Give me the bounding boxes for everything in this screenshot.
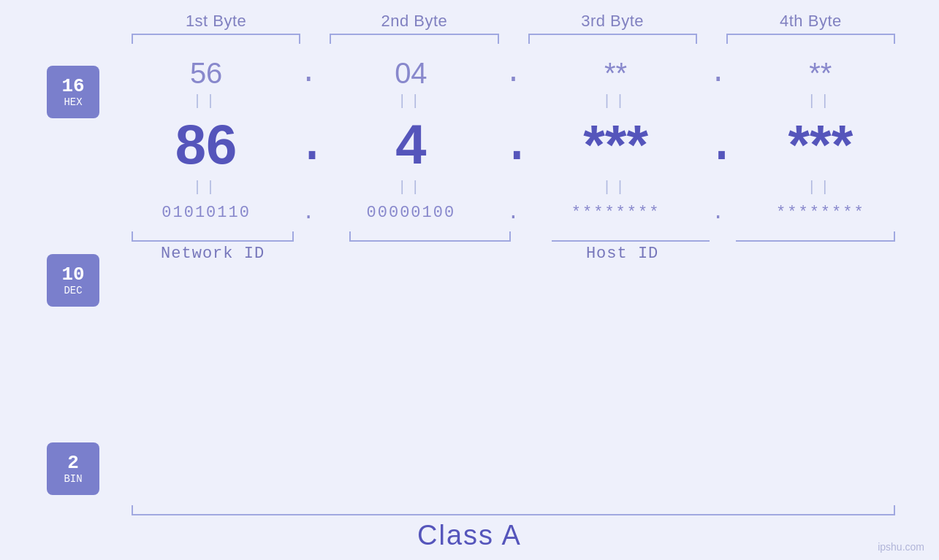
class-label: Class A (417, 520, 522, 551)
bin-b1: 01010110 (161, 204, 251, 222)
byte3-header: 3rd Byte (514, 12, 712, 31)
bin-b2: 00000100 (367, 204, 456, 222)
dec-badge: 10 DEC (47, 254, 99, 307)
hex-b1: 56 (190, 57, 223, 89)
bin-b3: ******** (571, 204, 661, 222)
host-id-label: Host ID (586, 245, 658, 263)
hex-b3: ** (604, 57, 627, 89)
byte1-header: 1st Byte (117, 12, 315, 31)
dec-b4: *** (788, 113, 854, 175)
hex-b4: ** (809, 57, 832, 89)
bin-b4: ******** (776, 204, 865, 222)
byte2-header: 2nd Byte (315, 12, 513, 31)
bin-badge: 2 BIN (47, 442, 99, 495)
dec-b2: 4 (395, 113, 426, 175)
byte4-header: 4th Byte (712, 12, 910, 31)
dec-b1: 86 (175, 113, 237, 175)
dec-b3: *** (583, 113, 648, 175)
watermark: ipshu.com (878, 541, 924, 553)
hex-badge: 16 HEX (47, 66, 99, 118)
network-id-label: Network ID (161, 245, 265, 263)
hex-b2: 04 (395, 57, 427, 89)
